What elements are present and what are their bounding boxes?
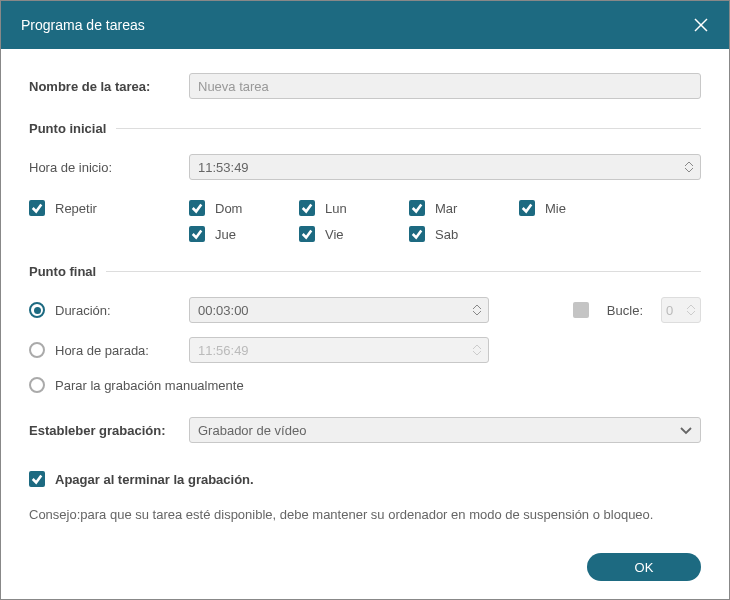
start-time-value: 11:53:49 <box>198 160 249 175</box>
dialog-body: Nombre de la tarea: Punto inicial Hora d… <box>1 49 729 599</box>
tip-text: Consejo:para que su tarea esté disponibl… <box>29 507 701 522</box>
day-sab-label: Sab <box>435 227 458 242</box>
day-jue-checkbox[interactable] <box>189 226 205 242</box>
divider <box>106 271 701 272</box>
section-start-header: Punto inicial <box>29 121 701 136</box>
repeat-label: Repetir <box>55 201 97 216</box>
section-end-title: Punto final <box>29 264 96 279</box>
day-dom-checkbox[interactable] <box>189 200 205 216</box>
stoptime-radio[interactable] <box>29 342 45 358</box>
duration-radio[interactable] <box>29 302 45 318</box>
duration-label: Duración: <box>55 303 111 318</box>
loop-count-input[interactable]: 0 <box>661 297 701 323</box>
duration-value: 00:03:00 <box>198 303 249 318</box>
task-name-input[interactable] <box>189 73 701 99</box>
titlebar: Programa de tareas <box>1 1 729 49</box>
loop-checkbox[interactable] <box>573 302 589 318</box>
loop-label: Bucle: <box>607 303 643 318</box>
loop-value: 0 <box>666 303 673 318</box>
manual-stop-radio[interactable] <box>29 377 45 393</box>
day-jue: Jue <box>189 226 299 242</box>
chevron-down-icon <box>680 423 692 438</box>
spinner-arrows-icon[interactable] <box>472 339 484 361</box>
section-start-title: Punto inicial <box>29 121 106 136</box>
day-sab-checkbox[interactable] <box>409 226 425 242</box>
day-lun-label: Lun <box>325 201 347 216</box>
spinner-arrows-icon[interactable] <box>684 156 696 178</box>
day-mie: Mie <box>519 200 629 216</box>
section-end-header: Punto final <box>29 264 701 279</box>
day-mie-label: Mie <box>545 201 566 216</box>
close-icon[interactable] <box>693 17 709 33</box>
manual-stop-label: Parar la grabación manualmente <box>55 378 244 393</box>
day-dom: Dom <box>189 200 299 216</box>
ok-button[interactable]: OK <box>587 553 701 581</box>
recorder-label: Estableber grabación: <box>29 423 189 438</box>
footer: OK <box>29 531 701 581</box>
shutdown-label: Apagar al terminar la grabación. <box>55 472 254 487</box>
duration-input[interactable]: 00:03:00 <box>189 297 489 323</box>
stoptime-input[interactable]: 11:56:49 <box>189 337 489 363</box>
task-scheduler-dialog: Programa de tareas Nombre de la tarea: P… <box>0 0 730 600</box>
repeat-checkbox[interactable] <box>29 200 45 216</box>
divider <box>116 128 701 129</box>
stoptime-value: 11:56:49 <box>198 343 249 358</box>
day-vie: Vie <box>299 226 409 242</box>
day-vie-label: Vie <box>325 227 344 242</box>
day-mar-label: Mar <box>435 201 457 216</box>
day-lun: Lun <box>299 200 409 216</box>
start-time-label: Hora de inicio: <box>29 160 189 175</box>
recorder-value: Grabador de vídeo <box>198 423 306 438</box>
days-grid: Dom Lun Mar Mie <box>189 200 701 242</box>
day-dom-label: Dom <box>215 201 242 216</box>
task-name-label: Nombre de la tarea: <box>29 79 189 94</box>
shutdown-checkbox[interactable] <box>29 471 45 487</box>
dialog-title: Programa de tareas <box>21 17 145 33</box>
day-vie-checkbox[interactable] <box>299 226 315 242</box>
day-jue-label: Jue <box>215 227 236 242</box>
start-time-input[interactable]: 11:53:49 <box>189 154 701 180</box>
day-mie-checkbox[interactable] <box>519 200 535 216</box>
day-sab: Sab <box>409 226 519 242</box>
stoptime-label: Hora de parada: <box>55 343 149 358</box>
day-mar-checkbox[interactable] <box>409 200 425 216</box>
spinner-arrows-icon[interactable] <box>686 299 698 321</box>
day-mar: Mar <box>409 200 519 216</box>
day-lun-checkbox[interactable] <box>299 200 315 216</box>
recorder-select[interactable]: Grabador de vídeo <box>189 417 701 443</box>
spinner-arrows-icon[interactable] <box>472 299 484 321</box>
